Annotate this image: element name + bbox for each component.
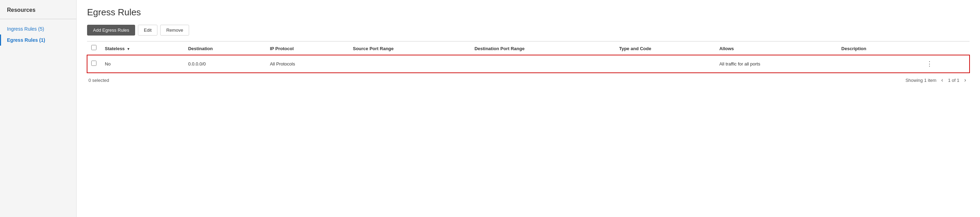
header-checkbox-cell bbox=[87, 41, 101, 55]
selected-count: 0 selected bbox=[89, 78, 109, 83]
cell-allows: All traffic for all ports bbox=[715, 55, 837, 73]
edit-button[interactable]: Edit bbox=[138, 25, 158, 35]
main-content: Egress Rules Add Egress Rules Edit Remov… bbox=[76, 0, 980, 217]
row-checkbox[interactable] bbox=[91, 61, 97, 66]
row-actions-cell: ⋮ bbox=[920, 55, 970, 73]
row-context-menu-icon[interactable]: ⋮ bbox=[924, 59, 935, 69]
add-egress-rules-button[interactable]: Add Egress Rules bbox=[87, 25, 135, 35]
cell-stateless: No bbox=[101, 55, 184, 73]
page-title: Egress Rules bbox=[87, 7, 970, 18]
cell-destination: 0.0.0.0/0 bbox=[184, 55, 266, 73]
table-footer: 0 selected Showing 1 item ‹ 1 of 1 › bbox=[87, 73, 970, 88]
header-source-port-range: Source Port Range bbox=[348, 41, 470, 55]
remove-button[interactable]: Remove bbox=[160, 25, 189, 35]
header-allows: Allows bbox=[715, 41, 837, 55]
sidebar: Resources Ingress Rules (5) Egress Rules… bbox=[0, 0, 76, 217]
sidebar-item-ingress-rules[interactable]: Ingress Rules (5) bbox=[0, 23, 76, 35]
toolbar: Add Egress Rules Edit Remove bbox=[87, 25, 970, 35]
prev-page-button[interactable]: ‹ bbox=[939, 76, 945, 84]
sort-arrow-icon: ▼ bbox=[127, 47, 130, 51]
cell-ip_protocol: All Protocols bbox=[266, 55, 348, 73]
sidebar-title: Resources bbox=[0, 7, 76, 19]
pagination: Showing 1 item ‹ 1 of 1 › bbox=[905, 76, 968, 84]
header-type-and-code: Type and Code bbox=[615, 41, 715, 55]
header-destination-port-range: Destination Port Range bbox=[470, 41, 615, 55]
showing-text: Showing 1 item bbox=[905, 78, 937, 83]
table-row: No0.0.0.0/0All ProtocolsAll traffic for … bbox=[87, 55, 970, 73]
page-info: 1 of 1 bbox=[948, 78, 959, 83]
sidebar-item-egress-rules[interactable]: Egress Rules (1) bbox=[0, 35, 76, 46]
header-destination: Destination bbox=[184, 41, 266, 55]
header-stateless[interactable]: Stateless ▼ bbox=[101, 41, 184, 55]
cell-destination_port_range bbox=[470, 55, 615, 73]
cell-source_port_range bbox=[348, 55, 470, 73]
next-page-button[interactable]: › bbox=[962, 76, 968, 84]
table-header-row: Stateless ▼ Destination IP Protocol Sour… bbox=[87, 41, 970, 55]
row-checkbox-cell bbox=[87, 55, 101, 73]
header-actions bbox=[920, 41, 970, 55]
cell-description bbox=[837, 55, 920, 73]
select-all-checkbox[interactable] bbox=[91, 45, 97, 50]
header-description: Description bbox=[837, 41, 920, 55]
egress-rules-table: Stateless ▼ Destination IP Protocol Sour… bbox=[87, 41, 970, 73]
header-ip-protocol: IP Protocol bbox=[266, 41, 348, 55]
cell-type_and_code bbox=[615, 55, 715, 73]
